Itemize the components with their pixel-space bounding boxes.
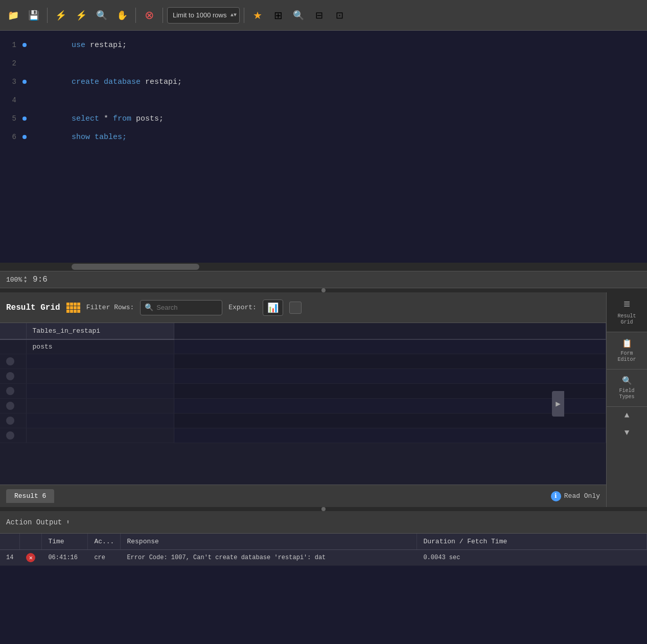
zoom-value: 100% [6, 276, 22, 284]
export-label: Export: [228, 304, 257, 311]
row-0-col1: posts [26, 339, 174, 354]
action-output-arrow[interactable]: ⬆ [66, 518, 70, 526]
action-table-body: 14 ✕ 06:41:16 cre Error Code: 1007, Can'… [0, 550, 647, 566]
settings-btn[interactable]: ⊗ [140, 6, 158, 25]
line-dot-5 [20, 117, 29, 121]
code-editor[interactable]: 1 use restapi; 2 3 create database resta… [0, 31, 647, 271]
search-input[interactable] [156, 304, 218, 311]
result-tab[interactable]: Result 6 [6, 489, 54, 503]
table-row [0, 354, 606, 369]
form-editor-panel-btn[interactable]: 📋 FormEditor [607, 332, 647, 370]
star-btn[interactable]: ★ [248, 6, 267, 25]
zoom-down-arrow[interactable]: ▼ [24, 280, 27, 284]
expand-result-arrow[interactable]: ▶ [552, 391, 564, 417]
layers-btn[interactable]: ⊞ [269, 6, 287, 25]
table-row: posts [0, 339, 606, 354]
lightning-execute-btn[interactable]: ⚡ [52, 6, 70, 25]
result-grid-label: Result Grid [6, 303, 60, 312]
action-action: cre [88, 550, 121, 566]
result-table-area[interactable]: Tables_in_restapi posts [0, 323, 606, 485]
action-panel: Action Output ⬆ Time Ac... Response Dura… [0, 511, 647, 566]
error-icon: ✕ [26, 553, 35, 562]
field-types-panel-btn[interactable]: 🔍 FieldTypes [607, 370, 647, 407]
chevron-up-icon: ▲ [625, 411, 630, 420]
grid-icon [66, 303, 80, 313]
wrap-toggle[interactable] [289, 302, 302, 314]
result-toolbar: Result Grid Filter Rows: 🔍 Export: [0, 292, 606, 323]
code-line-6: 6 show tables; [0, 128, 647, 146]
code-line-3: 3 create database restapi; [0, 73, 647, 91]
result-grid-panel-label: ResultGrid [617, 313, 636, 326]
row-0-col2 [174, 339, 606, 354]
table-row [0, 384, 606, 399]
export-table-btn[interactable]: 📊 [263, 300, 283, 316]
result-table-wrapper: Tables_in_restapi posts [0, 323, 606, 485]
action-col-time: Time [42, 534, 88, 550]
action-col-action: Ac... [88, 534, 121, 550]
search-btn[interactable]: 🔍 [93, 6, 111, 25]
sidebar-scroll-down[interactable]: ▼ [607, 424, 647, 442]
editor-horizontal-scrollbar[interactable] [0, 263, 647, 271]
zoom-btn[interactable]: 🔍 [289, 6, 308, 25]
sidebar-scroll-up[interactable]: ▲ [607, 407, 647, 424]
field-types-panel-label: FieldTypes [619, 388, 634, 400]
expand-arrow-icon: ▶ [556, 399, 561, 409]
action-duration: 0.0043 sec [417, 550, 647, 566]
editor-status-bar: 100% ▲ ▼ 9:6 [0, 271, 647, 288]
line-num-4: 4 [0, 96, 20, 104]
line-num-2: 2 [0, 59, 20, 67]
result-action-divider[interactable] [0, 507, 647, 511]
open-folder-btn[interactable]: 📁 [4, 6, 22, 25]
readonly-text: Read Only [564, 492, 600, 500]
zoom-arrows[interactable]: ▲ ▼ [24, 275, 27, 284]
export-btn[interactable]: ⊡ [330, 6, 349, 25]
row-num-0 [0, 339, 26, 354]
action-col-response: Response [121, 534, 417, 550]
result-table-header-row: Tables_in_restapi [0, 323, 606, 339]
field-types-icon: 🔍 [622, 376, 632, 386]
cursor-position: 9:6 [33, 275, 48, 284]
action-col-status [20, 534, 42, 550]
action-output-header: Action Output ⬆ [0, 511, 647, 534]
search-box[interactable]: 🔍 [140, 300, 222, 315]
main-toolbar: 📁 💾 ⚡ ⚡ 🔍 ✋ ⊗ Limit to 10 rows Limit to … [0, 0, 647, 31]
table-row [0, 369, 606, 384]
result-main: Result Grid Filter Rows: 🔍 Export: [0, 292, 606, 507]
line-dot-1 [20, 43, 29, 47]
action-status-icon: ✕ [20, 550, 42, 566]
toolbar-sep2 [135, 8, 136, 23]
code-line-1: 1 use restapi; [0, 36, 647, 54]
line-num-6: 6 [0, 133, 20, 141]
line-dot-3 [20, 80, 29, 84]
col-header-tables-in-restapi: Tables_in_restapi [26, 323, 174, 339]
result-panel: Result Grid Filter Rows: 🔍 Export: [0, 292, 647, 507]
limit-dropdown-wrapper[interactable]: Limit to 10 rows Limit to 100 rows Limit… [167, 7, 240, 24]
result-footer: Result 6 ℹ Read Only [0, 485, 606, 507]
action-output-title: Action Output [6, 518, 62, 526]
zoom-control[interactable]: 100% ▲ ▼ [6, 275, 27, 284]
action-time: 06:41:16 [42, 550, 88, 566]
chevron-down-icon: ▼ [625, 428, 630, 438]
lightning-execute2-btn[interactable]: ⚡ [72, 6, 90, 25]
readonly-icon: ℹ [551, 491, 561, 501]
action-row: 14 ✕ 06:41:16 cre Error Code: 1007, Can'… [0, 550, 647, 566]
table-row [0, 428, 606, 443]
editor-result-divider[interactable] [0, 288, 647, 292]
limit-dropdown[interactable]: Limit to 10 rows Limit to 100 rows Limit… [167, 7, 240, 24]
form-editor-panel-label: FormEditor [617, 351, 636, 363]
code-content[interactable]: 1 use restapi; 2 3 create database resta… [0, 31, 647, 263]
stop-btn[interactable]: ✋ [113, 6, 131, 25]
divider-dot [321, 288, 326, 292]
editor-scrollbar-thumb[interactable] [72, 264, 199, 270]
line-code-1: use restapi; [29, 32, 647, 58]
action-table-head: Time Ac... Response Duration / Fetch Tim… [0, 534, 647, 550]
filter-rows-label: Filter Rows: [86, 304, 134, 311]
kw-use: use [72, 41, 90, 50]
save-btn[interactable]: 💾 [25, 6, 43, 25]
toolbar-sep3 [163, 8, 163, 23]
col-header-empty [174, 323, 606, 339]
sidebar-toggle-btn[interactable]: ⊟ [310, 6, 328, 25]
action-header-row: Time Ac... Response Duration / Fetch Tim… [0, 534, 647, 550]
result-grid-panel-btn[interactable]: ≡ ResultGrid [607, 292, 647, 332]
readonly-badge: ℹ Read Only [551, 491, 600, 501]
